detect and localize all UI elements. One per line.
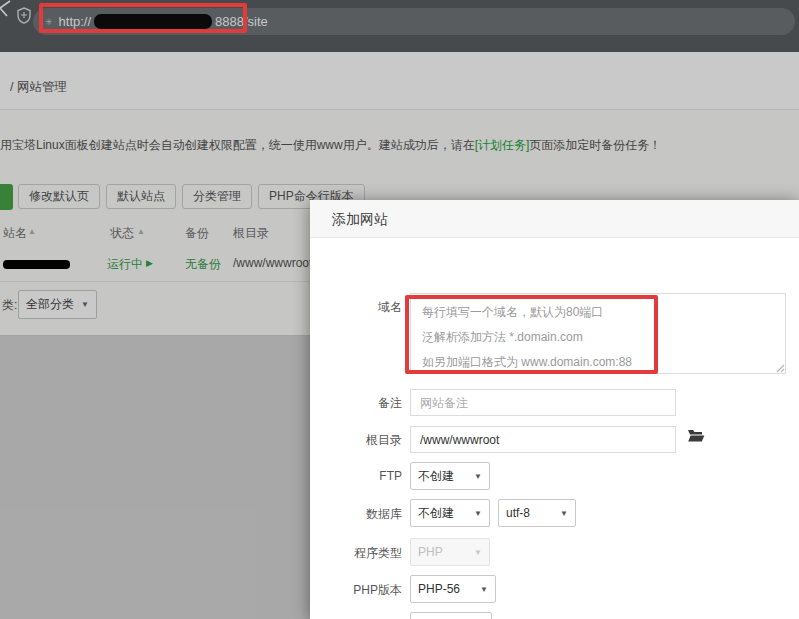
url-scheme: http://: [59, 14, 92, 29]
database-select[interactable]: 不创建▼: [410, 499, 490, 527]
program-type-label: 程序类型: [310, 545, 402, 562]
rootdir-label: 根目录: [310, 432, 402, 449]
url-info-icon[interactable]: ✳: [45, 17, 53, 27]
rootdir-input[interactable]: [410, 426, 676, 453]
site-category-select[interactable]: 默认分类▼: [410, 612, 492, 619]
charset-select[interactable]: utf-8▼: [498, 499, 576, 527]
chevron-down-icon: ▼: [474, 509, 482, 518]
php-version-label: PHP版本: [310, 582, 402, 599]
address-bar[interactable]: ✳ http:// 8888/site: [33, 8, 795, 35]
shield-extension-icon[interactable]: [17, 7, 31, 24]
toolbar-partial-icon: [0, 0, 12, 18]
domain-label: 域名: [310, 299, 402, 316]
chevron-down-icon: ▼: [560, 509, 568, 518]
note-label: 备注: [310, 395, 402, 412]
redacted-host: [94, 14, 212, 29]
program-type-select: PHP▼: [410, 538, 490, 566]
php-version-select[interactable]: PHP-56▼: [410, 575, 496, 603]
modal-title: 添加网站: [332, 200, 388, 238]
chevron-down-icon: ▼: [474, 548, 482, 557]
domain-textarea[interactable]: [410, 293, 786, 374]
add-website-modal: 添加网站 域名 每行填写一个域名，默认为80端口 泛解析添加方法 *.domai…: [310, 200, 799, 619]
screenshot-root: ✳ http:// 8888/site / 网站管理 用宝塔Linux面板创建站…: [0, 0, 799, 619]
ftp-select[interactable]: 不创建▼: [410, 462, 490, 490]
url-path: 8888/site: [215, 14, 268, 29]
browse-folder-button[interactable]: [686, 428, 706, 446]
open-folder-icon: [687, 428, 705, 443]
modal-header: 添加网站: [310, 200, 799, 238]
note-input[interactable]: [410, 389, 676, 416]
resize-grip-icon[interactable]: [776, 364, 785, 373]
chevron-down-icon: ▼: [474, 472, 482, 481]
browser-toolbar: ✳ http:// 8888/site: [0, 0, 799, 52]
modal-body: 域名 每行填写一个域名，默认为80端口 泛解析添加方法 *.domain.com…: [310, 238, 799, 619]
database-label: 数据库: [310, 506, 402, 523]
ftp-label: FTP: [310, 469, 402, 483]
chevron-down-icon: ▼: [480, 585, 488, 594]
